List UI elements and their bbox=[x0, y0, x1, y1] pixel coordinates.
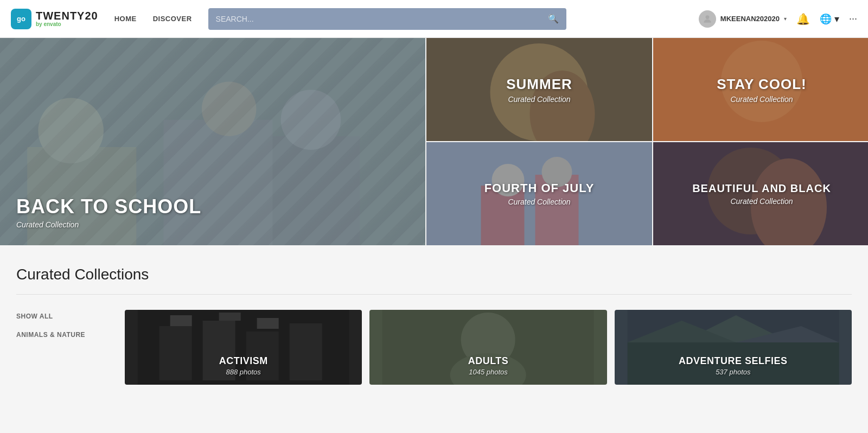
section-divider bbox=[16, 294, 852, 295]
svg-point-6 bbox=[202, 81, 257, 136]
curated-section: Curated Collections SHOW ALL ANIMALS & N… bbox=[0, 244, 868, 385]
chevron-down-icon: ▾ bbox=[784, 16, 787, 22]
bell-icon[interactable]: 🔔 bbox=[796, 12, 810, 26]
svg-point-0 bbox=[706, 15, 710, 19]
hero-stay-cool-title: STAY COOL! bbox=[653, 76, 868, 93]
hero-summer-label: SUMMER Curated Collection bbox=[426, 76, 652, 104]
header-right: MKEENAN202020 ▾ 🔔 🌐 ▾ ··· bbox=[699, 10, 857, 28]
hero-beautiful-black-subtitle: Curated Collection bbox=[653, 197, 868, 206]
header: go TWENTY20 by envato HOME DISCOVER 🔍 MK… bbox=[0, 0, 868, 38]
username-label: MKEENAN202020 bbox=[720, 15, 780, 23]
hero-stay-cool[interactable]: STAY COOL! Curated Collection bbox=[653, 38, 868, 141]
collection-adventure-selfies-count: 537 photos bbox=[615, 368, 852, 376]
hero-stay-cool-label: STAY COOL! Curated Collection bbox=[653, 76, 868, 104]
search-icon[interactable]: 🔍 bbox=[548, 14, 559, 24]
collection-adventure-selfies-label: ADVENTURE SELFIES 537 photos bbox=[615, 355, 852, 376]
logo-name: TWENTY20 bbox=[36, 10, 98, 21]
collection-activism-count: 888 photos bbox=[125, 368, 362, 376]
main-nav: HOME DISCOVER bbox=[114, 15, 192, 23]
collections-grid: ACTIVISM 888 photos ADULTS 1045 photos bbox=[125, 310, 852, 385]
hero-beautiful-black-label: BEAUTIFUL AND BLACK Curated Collection bbox=[653, 182, 868, 206]
logo-sub: by envato bbox=[36, 21, 98, 27]
hero-beautiful-black[interactable]: BEAUTIFUL AND BLACK Curated Collection bbox=[653, 142, 868, 245]
curated-section-title: Curated Collections bbox=[16, 266, 852, 283]
hero-beautiful-black-title: BEAUTIFUL AND BLACK bbox=[653, 182, 868, 195]
hero-stay-cool-subtitle: Curated Collection bbox=[653, 95, 868, 104]
hero-summer-title: SUMMER bbox=[426, 76, 652, 93]
avatar bbox=[699, 10, 716, 28]
hero-summer-subtitle: Curated Collection bbox=[426, 95, 652, 104]
hero-fourth-july-subtitle: Curated Collection bbox=[426, 198, 652, 206]
collections-sidebar: SHOW ALL ANIMALS & NATURE bbox=[16, 310, 125, 385]
hero-back-to-school-title: BACK TO SCHOOL bbox=[16, 195, 201, 218]
logo[interactable]: go TWENTY20 by envato bbox=[11, 9, 98, 29]
collection-activism-label: ACTIVISM 888 photos bbox=[125, 355, 362, 376]
hero-back-to-school[interactable]: BACK TO SCHOOL Curated Collection bbox=[0, 38, 425, 245]
nav-discover[interactable]: DISCOVER bbox=[153, 15, 192, 23]
hero-grid: BACK TO SCHOOL Curated Collection SUMMER… bbox=[0, 38, 868, 244]
logo-icon: go bbox=[11, 9, 31, 29]
sidebar-animals-nature[interactable]: ANIMALS & NATURE bbox=[16, 331, 125, 339]
collection-adventure-selfies[interactable]: ADVENTURE SELFIES 537 photos bbox=[615, 310, 852, 385]
collection-adults-count: 1045 photos bbox=[369, 368, 607, 376]
search-bar[interactable]: 🔍 bbox=[208, 8, 566, 30]
svg-rect-25 bbox=[170, 315, 192, 326]
curated-layout: SHOW ALL ANIMALS & NATURE bbox=[16, 310, 852, 385]
collection-adventure-selfies-name: ADVENTURE SELFIES bbox=[615, 355, 852, 367]
svg-rect-4 bbox=[273, 136, 360, 245]
nav-home[interactable]: HOME bbox=[114, 15, 137, 23]
svg-rect-27 bbox=[257, 318, 279, 329]
search-input[interactable] bbox=[216, 15, 548, 23]
hero-back-to-school-subtitle: Curated Collection bbox=[16, 220, 201, 229]
collection-activism[interactable]: ACTIVISM 888 photos bbox=[125, 310, 362, 385]
collection-adults[interactable]: ADULTS 1045 photos bbox=[369, 310, 607, 385]
collection-activism-name: ACTIVISM bbox=[125, 355, 362, 367]
hero-fourth-july-label: FOURTH OF JULY Curated Collection bbox=[426, 181, 652, 206]
user-menu[interactable]: MKEENAN202020 ▾ bbox=[699, 10, 787, 28]
hero-fourth-july[interactable]: FOURTH OF JULY Curated Collection bbox=[426, 142, 652, 245]
collection-adults-label: ADULTS 1045 photos bbox=[369, 355, 607, 376]
hero-back-to-school-label: BACK TO SCHOOL Curated Collection bbox=[16, 195, 201, 229]
collection-adults-name: ADULTS bbox=[369, 355, 607, 367]
sidebar-show-all[interactable]: SHOW ALL bbox=[16, 313, 125, 320]
hero-summer[interactable]: SUMMER Curated Collection bbox=[426, 38, 652, 141]
hero-fourth-july-title: FOURTH OF JULY bbox=[426, 181, 652, 195]
svg-point-7 bbox=[281, 90, 341, 150]
globe-icon[interactable]: 🌐 ▾ bbox=[820, 13, 839, 25]
svg-point-5 bbox=[38, 98, 104, 164]
svg-rect-26 bbox=[219, 313, 241, 321]
more-menu-icon[interactable]: ··· bbox=[849, 13, 857, 24]
